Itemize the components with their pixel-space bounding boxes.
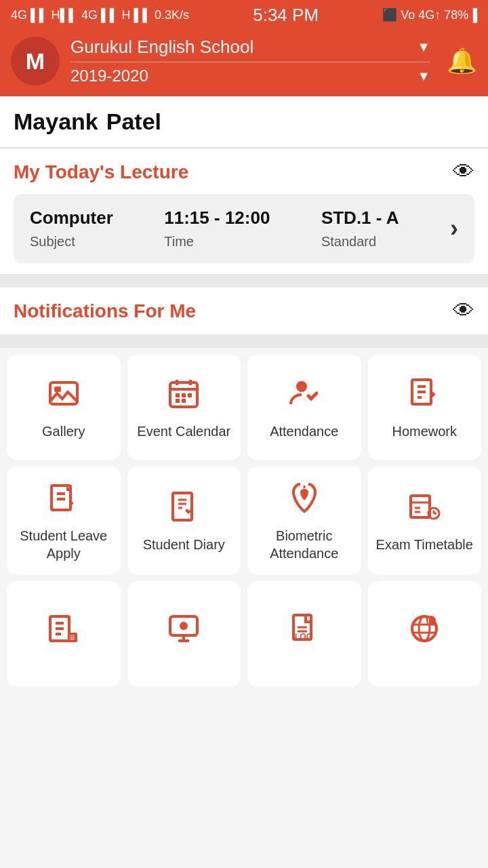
avatar: M [11, 37, 60, 85]
monitor-icon [167, 612, 200, 650]
header-info: Gurukul English School ▼ 2019-2020 ▼ [70, 37, 430, 85]
lecture-section-title: My Today's Lecture [14, 161, 188, 183]
gallery-icon [47, 377, 80, 414]
standard-label: Standard [321, 234, 399, 250]
subject-label: Subject [30, 234, 113, 250]
svg-rect-8 [188, 393, 192, 397]
speed-indicator: 4G ▌▌ H ▌▌ 0.3K/s [81, 8, 189, 22]
exam-timetable-label: Exam Timetable [376, 536, 473, 553]
menu-item-event-calendar[interactable]: Event Calendar [127, 355, 241, 460]
svg-text:LOG: LOG [295, 632, 312, 642]
academic-year: 2019-2020 [70, 66, 148, 85]
svg-rect-6 [176, 393, 180, 397]
menu-item-10[interactable] [127, 581, 241, 686]
status-left: 4G ▌▌ H▌▌ 4G ▌▌ H ▌▌ 0.3K/s [11, 8, 189, 22]
biometric-attendance-label: Biometric Attendance [253, 527, 356, 562]
svg-point-11 [296, 381, 307, 392]
svg-rect-19 [173, 493, 192, 520]
svg-rect-10 [182, 399, 186, 403]
event-calendar-label: Event Calendar [137, 422, 230, 440]
homework-icon [408, 377, 441, 414]
svg-rect-25 [411, 496, 430, 517]
user-name-section: Mayank Patel [0, 96, 488, 147]
menu-item-biometric-attendance[interactable]: Biometric Attendance [247, 467, 361, 574]
menu-item-student-diary[interactable]: Student Diary [127, 467, 241, 574]
lecture-chevron-icon[interactable]: › [450, 214, 458, 243]
svg-text:i: i [428, 617, 430, 625]
homework-label: Homework [392, 422, 457, 440]
diary-icon [167, 490, 200, 528]
section-gap-1 [0, 274, 488, 288]
student-diary-label: Student Diary [143, 536, 225, 553]
standard-value: STD.1 - A [321, 208, 399, 229]
status-right: ⬛ Vo 4G↑ 78%▐ [382, 7, 477, 22]
school-row: Gurukul English School ▼ [70, 37, 430, 62]
lecture-card[interactable]: Computer Subject 11:15 - 12:00 Time STD.… [14, 194, 474, 263]
subject-value: Computer [30, 208, 113, 229]
notifications-section: Notifications For Me 👁 [0, 288, 488, 334]
app-header: M Gurukul English School ▼ 2019-2020 ▼ 🔔 [0, 30, 488, 96]
time-value: 11:15 - 12:00 [164, 208, 270, 229]
menu-item-9[interactable]: ≡ [7, 581, 121, 686]
svg-rect-7 [182, 393, 186, 397]
svg-rect-1 [54, 387, 61, 392]
time-label: Time [164, 234, 270, 250]
menu-item-homework[interactable]: Homework [368, 355, 482, 460]
notifications-title: Notifications For Me [14, 300, 196, 322]
battery-info: ⬛ Vo 4G↑ 78%▐ [382, 7, 477, 22]
svg-rect-0 [50, 382, 77, 404]
leave-icon [47, 481, 80, 519]
status-bar: 4G ▌▌ H▌▌ 4G ▌▌ H ▌▌ 0.3K/s 5:34 PM ⬛ Vo… [0, 0, 488, 30]
school-dropdown-icon[interactable]: ▼ [417, 39, 430, 55]
menu-item-11[interactable]: LOG [247, 581, 361, 686]
notifications-eye-icon[interactable]: 👁 [453, 298, 474, 323]
menu-item-attendance[interactable]: Attendance [247, 355, 361, 460]
time-col: 11:15 - 12:00 Time [164, 208, 270, 250]
exam-timetable-icon [408, 490, 441, 528]
standard-col: STD.1 - A Standard [321, 208, 399, 250]
menu-item-exam-timetable[interactable]: Exam Timetable [368, 467, 482, 574]
svg-point-41 [180, 622, 188, 630]
student-leave-apply-label: Student Leave Apply [12, 527, 115, 562]
globe-icon: i [408, 612, 441, 650]
year-dropdown-icon[interactable]: ▼ [417, 68, 430, 84]
menu-item-12[interactable]: i [368, 581, 482, 686]
menu-grid: Gallery Event Calendar [0, 348, 488, 693]
attendance-label: Attendance [270, 422, 338, 440]
user-last-name: Patel [106, 108, 161, 135]
section-gap-2 [0, 334, 488, 348]
attendance-icon [288, 377, 321, 414]
today-lecture-section: My Today's Lecture 👁 Computer Subject 11… [0, 149, 488, 274]
biometric-icon [288, 481, 321, 519]
gallery-label: Gallery [42, 422, 85, 440]
svg-rect-9 [176, 399, 180, 403]
doc-icon: LOG [288, 612, 321, 650]
user-first-name: Mayank [14, 108, 98, 135]
time-display: 5:34 PM [253, 5, 319, 26]
signal-icons: 4G ▌▌ H▌▌ [11, 8, 77, 22]
year-row: 2019-2020 ▼ [70, 66, 430, 85]
lecture-eye-icon[interactable]: 👁 [453, 159, 474, 184]
lecture-section-header: My Today's Lecture 👁 [14, 159, 474, 184]
menu-item-student-leave-apply[interactable]: Student Leave Apply [7, 467, 121, 574]
bell-icon[interactable]: 🔔 [447, 47, 477, 75]
calendar-icon [167, 377, 200, 414]
school-name: Gurukul English School [70, 37, 253, 58]
svg-text:≡: ≡ [69, 632, 75, 643]
menu-item-gallery[interactable]: Gallery [7, 355, 121, 460]
list-icon: ≡ [47, 612, 80, 650]
subject-col: Computer Subject [30, 208, 113, 250]
